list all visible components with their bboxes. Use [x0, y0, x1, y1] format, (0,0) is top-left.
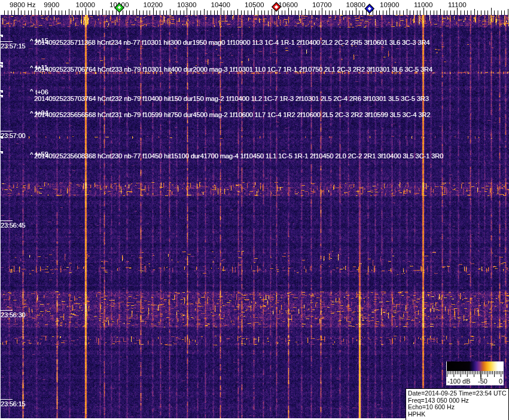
svg-text:10600: 10600 [279, 1, 298, 8]
svg-text:9800 Hz: 9800 Hz [10, 1, 36, 8]
svg-text:10300: 10300 [177, 1, 197, 8]
svg-text:11000: 11000 [414, 1, 433, 8]
svg-text:10000: 10000 [76, 1, 96, 8]
svg-text:10800: 10800 [346, 1, 366, 8]
svg-text:11100: 11100 [448, 1, 467, 8]
svg-text:10500: 10500 [245, 1, 264, 8]
svg-text:0: 0 [499, 378, 502, 385]
svg-text:-100 dB: -100 dB [447, 378, 471, 385]
svg-text:10200: 10200 [144, 1, 163, 8]
svg-text:-50: -50 [478, 378, 487, 385]
svg-text:10900: 10900 [380, 1, 400, 8]
svg-text:10700: 10700 [312, 1, 332, 8]
svg-text:10400: 10400 [211, 1, 231, 8]
svg-text:9900: 9900 [44, 1, 60, 8]
